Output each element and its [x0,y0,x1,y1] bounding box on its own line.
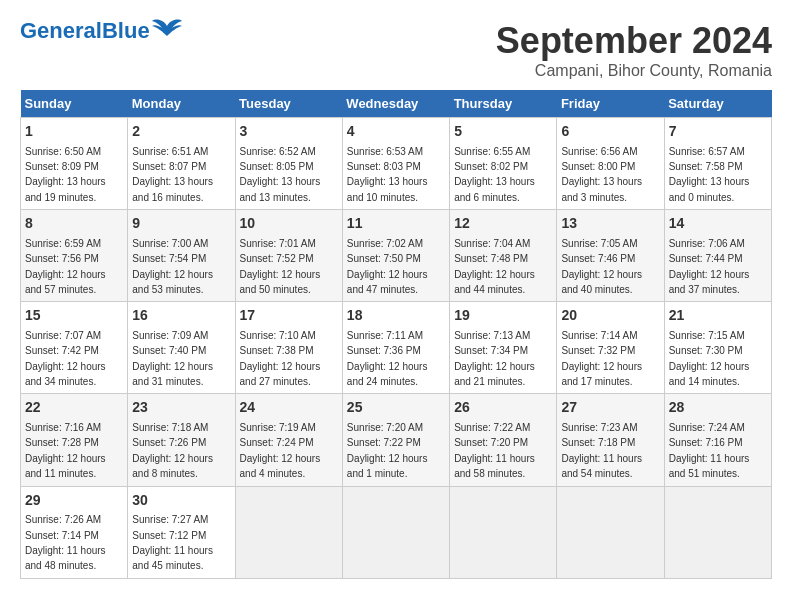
calendar-week-3: 15Sunrise: 7:07 AM Sunset: 7:42 PM Dayli… [21,302,772,394]
day-info: Sunrise: 6:53 AM Sunset: 8:03 PM Dayligh… [347,146,428,203]
day-number: 8 [25,214,123,234]
calendar-cell [342,486,449,578]
day-info: Sunrise: 7:19 AM Sunset: 7:24 PM Dayligh… [240,422,321,479]
day-number: 24 [240,398,338,418]
calendar-cell: 8Sunrise: 6:59 AM Sunset: 7:56 PM Daylig… [21,210,128,302]
header-saturday: Saturday [664,90,771,118]
day-info: Sunrise: 7:13 AM Sunset: 7:34 PM Dayligh… [454,330,535,387]
calendar-cell: 2Sunrise: 6:51 AM Sunset: 8:07 PM Daylig… [128,118,235,210]
day-number: 28 [669,398,767,418]
calendar-cell: 12Sunrise: 7:04 AM Sunset: 7:48 PM Dayli… [450,210,557,302]
day-info: Sunrise: 7:26 AM Sunset: 7:14 PM Dayligh… [25,514,106,571]
calendar-cell: 10Sunrise: 7:01 AM Sunset: 7:52 PM Dayli… [235,210,342,302]
calendar-cell: 15Sunrise: 7:07 AM Sunset: 7:42 PM Dayli… [21,302,128,394]
calendar-cell: 18Sunrise: 7:11 AM Sunset: 7:36 PM Dayli… [342,302,449,394]
calendar-cell: 27Sunrise: 7:23 AM Sunset: 7:18 PM Dayli… [557,394,664,486]
page-header: GeneralBlue September 2024 Campani, Biho… [20,20,772,80]
day-number: 26 [454,398,552,418]
calendar-cell: 20Sunrise: 7:14 AM Sunset: 7:32 PM Dayli… [557,302,664,394]
header-friday: Friday [557,90,664,118]
calendar-table: SundayMondayTuesdayWednesdayThursdayFrid… [20,90,772,579]
day-info: Sunrise: 7:22 AM Sunset: 7:20 PM Dayligh… [454,422,535,479]
day-number: 3 [240,122,338,142]
day-number: 27 [561,398,659,418]
day-info: Sunrise: 7:07 AM Sunset: 7:42 PM Dayligh… [25,330,106,387]
main-title: September 2024 [496,20,772,62]
day-info: Sunrise: 7:24 AM Sunset: 7:16 PM Dayligh… [669,422,750,479]
calendar-cell: 9Sunrise: 7:00 AM Sunset: 7:54 PM Daylig… [128,210,235,302]
calendar-cell: 1Sunrise: 6:50 AM Sunset: 8:09 PM Daylig… [21,118,128,210]
calendar-cell: 22Sunrise: 7:16 AM Sunset: 7:28 PM Dayli… [21,394,128,486]
day-number: 7 [669,122,767,142]
header-sunday: Sunday [21,90,128,118]
day-number: 13 [561,214,659,234]
day-number: 22 [25,398,123,418]
day-info: Sunrise: 6:55 AM Sunset: 8:02 PM Dayligh… [454,146,535,203]
calendar-cell: 5Sunrise: 6:55 AM Sunset: 8:02 PM Daylig… [450,118,557,210]
calendar-cell: 17Sunrise: 7:10 AM Sunset: 7:38 PM Dayli… [235,302,342,394]
day-info: Sunrise: 6:59 AM Sunset: 7:56 PM Dayligh… [25,238,106,295]
calendar-cell: 6Sunrise: 6:56 AM Sunset: 8:00 PM Daylig… [557,118,664,210]
day-info: Sunrise: 6:51 AM Sunset: 8:07 PM Dayligh… [132,146,213,203]
day-info: Sunrise: 7:18 AM Sunset: 7:26 PM Dayligh… [132,422,213,479]
day-number: 10 [240,214,338,234]
day-number: 19 [454,306,552,326]
day-number: 17 [240,306,338,326]
day-info: Sunrise: 6:57 AM Sunset: 7:58 PM Dayligh… [669,146,750,203]
day-number: 29 [25,491,123,511]
day-number: 14 [669,214,767,234]
day-info: Sunrise: 7:05 AM Sunset: 7:46 PM Dayligh… [561,238,642,295]
day-info: Sunrise: 6:52 AM Sunset: 8:05 PM Dayligh… [240,146,321,203]
calendar-week-4: 22Sunrise: 7:16 AM Sunset: 7:28 PM Dayli… [21,394,772,486]
calendar-week-5: 29Sunrise: 7:26 AM Sunset: 7:14 PM Dayli… [21,486,772,578]
header-tuesday: Tuesday [235,90,342,118]
calendar-cell: 4Sunrise: 6:53 AM Sunset: 8:03 PM Daylig… [342,118,449,210]
calendar-cell [235,486,342,578]
calendar-cell: 26Sunrise: 7:22 AM Sunset: 7:20 PM Dayli… [450,394,557,486]
logo: GeneralBlue [20,20,182,42]
title-section: September 2024 Campani, Bihor County, Ro… [496,20,772,80]
day-number: 9 [132,214,230,234]
day-number: 16 [132,306,230,326]
calendar-week-2: 8Sunrise: 6:59 AM Sunset: 7:56 PM Daylig… [21,210,772,302]
day-info: Sunrise: 7:15 AM Sunset: 7:30 PM Dayligh… [669,330,750,387]
day-number: 2 [132,122,230,142]
day-info: Sunrise: 6:50 AM Sunset: 8:09 PM Dayligh… [25,146,106,203]
calendar-cell: 25Sunrise: 7:20 AM Sunset: 7:22 PM Dayli… [342,394,449,486]
header-thursday: Thursday [450,90,557,118]
day-info: Sunrise: 7:11 AM Sunset: 7:36 PM Dayligh… [347,330,428,387]
day-number: 11 [347,214,445,234]
day-number: 1 [25,122,123,142]
day-info: Sunrise: 7:16 AM Sunset: 7:28 PM Dayligh… [25,422,106,479]
day-info: Sunrise: 7:23 AM Sunset: 7:18 PM Dayligh… [561,422,642,479]
day-number: 5 [454,122,552,142]
day-info: Sunrise: 7:09 AM Sunset: 7:40 PM Dayligh… [132,330,213,387]
calendar-cell: 19Sunrise: 7:13 AM Sunset: 7:34 PM Dayli… [450,302,557,394]
day-info: Sunrise: 7:20 AM Sunset: 7:22 PM Dayligh… [347,422,428,479]
calendar-header: SundayMondayTuesdayWednesdayThursdayFrid… [21,90,772,118]
day-info: Sunrise: 7:14 AM Sunset: 7:32 PM Dayligh… [561,330,642,387]
calendar-cell: 7Sunrise: 6:57 AM Sunset: 7:58 PM Daylig… [664,118,771,210]
calendar-cell: 13Sunrise: 7:05 AM Sunset: 7:46 PM Dayli… [557,210,664,302]
day-info: Sunrise: 7:10 AM Sunset: 7:38 PM Dayligh… [240,330,321,387]
sub-title: Campani, Bihor County, Romania [496,62,772,80]
day-number: 25 [347,398,445,418]
calendar-cell: 30Sunrise: 7:27 AM Sunset: 7:12 PM Dayli… [128,486,235,578]
day-info: Sunrise: 7:01 AM Sunset: 7:52 PM Dayligh… [240,238,321,295]
calendar-cell: 29Sunrise: 7:26 AM Sunset: 7:14 PM Dayli… [21,486,128,578]
calendar-week-1: 1Sunrise: 6:50 AM Sunset: 8:09 PM Daylig… [21,118,772,210]
calendar-cell [557,486,664,578]
calendar-cell: 23Sunrise: 7:18 AM Sunset: 7:26 PM Dayli… [128,394,235,486]
day-number: 6 [561,122,659,142]
calendar-cell: 16Sunrise: 7:09 AM Sunset: 7:40 PM Dayli… [128,302,235,394]
day-info: Sunrise: 6:56 AM Sunset: 8:00 PM Dayligh… [561,146,642,203]
day-number: 18 [347,306,445,326]
day-number: 15 [25,306,123,326]
day-info: Sunrise: 7:00 AM Sunset: 7:54 PM Dayligh… [132,238,213,295]
day-number: 30 [132,491,230,511]
calendar-cell: 3Sunrise: 6:52 AM Sunset: 8:05 PM Daylig… [235,118,342,210]
day-number: 23 [132,398,230,418]
day-number: 21 [669,306,767,326]
day-number: 12 [454,214,552,234]
header-wednesday: Wednesday [342,90,449,118]
